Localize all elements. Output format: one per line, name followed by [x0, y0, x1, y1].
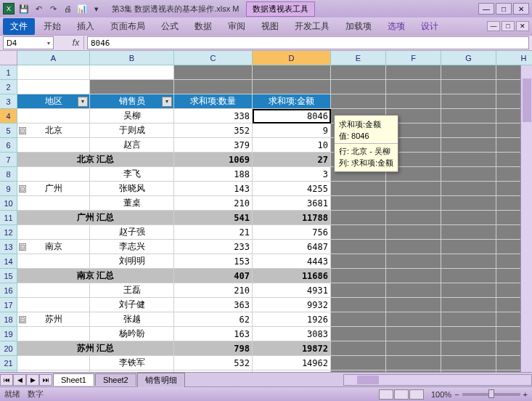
region-cell[interactable] [17, 196, 90, 211]
subtotal-amt[interactable]: 11686 [253, 269, 331, 283]
cell[interactable] [331, 94, 386, 109]
subtotal-qty[interactable]: 407 [174, 269, 253, 283]
sales-cell[interactable]: 于则成 [90, 123, 174, 138]
amt-cell[interactable]: 1926 [253, 312, 331, 327]
region-cell[interactable]: 广州⊟ [17, 182, 90, 196]
cell[interactable] [441, 138, 496, 153]
vscroll-thumb[interactable] [523, 78, 531, 122]
qat-undo-button[interactable]: ↶ [32, 2, 45, 15]
cell[interactable] [441, 80, 496, 94]
row-header-18[interactable]: 18 [0, 312, 17, 327]
subtotal-label[interactable]: 南京 汇总 [17, 269, 174, 283]
cell[interactable] [386, 65, 441, 80]
subtotal-amt[interactable]: 27 [253, 153, 331, 167]
row-header-10[interactable]: 10 [0, 196, 17, 211]
col-header-D[interactable]: D [253, 51, 331, 65]
cell[interactable] [331, 182, 386, 196]
qat-dropdown-icon[interactable]: ▾ [90, 2, 103, 15]
sheet-tab-2[interactable]: Sheet2 [95, 373, 136, 386]
formula-input[interactable]: 8046 [87, 36, 529, 49]
cell[interactable] [441, 298, 496, 312]
cell[interactable] [174, 65, 253, 80]
tab-data[interactable]: 数据 [187, 18, 219, 35]
qty-cell[interactable]: 21 [174, 225, 253, 240]
tab-review[interactable]: 审阅 [221, 18, 253, 35]
view-layout-button[interactable] [394, 389, 409, 400]
sales-cell[interactable]: 李志兴 [90, 240, 174, 254]
sales-cell[interactable]: 李飞 [90, 167, 174, 182]
qat-chart-button[interactable]: 📊 [75, 2, 89, 15]
row-header-15[interactable]: 15 [0, 269, 17, 283]
cell[interactable] [331, 312, 386, 327]
pivot-header-amt[interactable]: 求和项:金额 [253, 94, 331, 109]
sales-cell[interactable]: 张晓风 [90, 182, 174, 196]
row-header-4[interactable]: 4 [0, 109, 17, 123]
name-box-dropdown-icon[interactable]: ▾ [47, 40, 50, 46]
cell[interactable] [441, 341, 496, 356]
row-header-2[interactable]: 2 [0, 80, 17, 94]
zoom-out-button[interactable]: − [454, 390, 459, 399]
sheet-next-button[interactable]: ▶ [26, 374, 39, 386]
region-cell[interactable]: 苏州⊟ [17, 312, 90, 327]
cell[interactable] [441, 240, 496, 254]
row-header-8[interactable]: 8 [0, 167, 17, 182]
cell[interactable] [386, 356, 441, 370]
cell[interactable] [441, 269, 496, 283]
tab-home[interactable]: 开始 [36, 18, 68, 35]
row-header-3[interactable]: 3 [0, 94, 17, 109]
zoom-value[interactable]: 100% [431, 390, 451, 399]
cell[interactable] [331, 225, 386, 240]
cell[interactable] [331, 327, 386, 341]
cell[interactable] [386, 254, 441, 269]
cell[interactable] [386, 80, 441, 94]
region-cell[interactable] [17, 356, 90, 370]
maximize-button[interactable]: □ [496, 3, 512, 15]
region-cell[interactable]: 北京⊟ [17, 123, 90, 138]
cell[interactable] [174, 80, 253, 94]
qty-cell[interactable]: 379 [174, 138, 253, 153]
cell[interactable] [441, 211, 496, 225]
zoom-slider[interactable] [462, 393, 520, 396]
cell[interactable] [331, 65, 386, 80]
region-cell[interactable] [17, 138, 90, 153]
sales-cell[interactable]: 赵言 [90, 138, 174, 153]
qty-cell[interactable]: 62 [174, 312, 253, 327]
region-cell[interactable] [17, 225, 90, 240]
name-box[interactable]: D4 ▾ [3, 36, 54, 49]
cell[interactable] [386, 211, 441, 225]
col-header-H[interactable]: H [496, 51, 532, 65]
col-header-C[interactable]: C [174, 51, 253, 65]
row-header-11[interactable]: 11 [0, 211, 17, 225]
cell[interactable] [331, 283, 386, 298]
cell[interactable] [331, 356, 386, 370]
amt-cell[interactable]: 4931 [253, 283, 331, 298]
sheet-tab-3[interactable]: 销售明细 [137, 373, 185, 387]
amt-cell[interactable]: 3681 [253, 196, 331, 211]
cell[interactable] [386, 327, 441, 341]
tab-options[interactable]: 选项 [380, 18, 412, 35]
cell[interactable] [441, 327, 496, 341]
qty-cell[interactable]: 188 [174, 167, 253, 182]
amt-cell[interactable]: 3 [253, 167, 331, 182]
cell[interactable] [386, 298, 441, 312]
cell[interactable] [441, 123, 496, 138]
cell[interactable] [386, 225, 441, 240]
collapse-icon[interactable]: ⊟ [19, 316, 26, 323]
subtotal-qty[interactable]: 541 [174, 211, 253, 225]
amt-cell[interactable]: 14962 [253, 356, 331, 370]
row-header-16[interactable]: 16 [0, 283, 17, 298]
row-header-17[interactable]: 17 [0, 298, 17, 312]
sales-cell[interactable]: 吴柳 [90, 109, 174, 123]
region-cell[interactable] [17, 283, 90, 298]
amt-cell[interactable]: 3083 [253, 327, 331, 341]
cell[interactable] [386, 283, 441, 298]
tab-file[interactable]: 文件 [3, 18, 35, 35]
cell[interactable] [331, 240, 386, 254]
fx-button[interactable]: fx [68, 36, 84, 49]
cell[interactable] [441, 153, 496, 167]
row-header-5[interactable]: 5 [0, 123, 17, 138]
mdi-minimize-button[interactable]: — [487, 21, 500, 31]
cell[interactable] [386, 312, 441, 327]
tab-design[interactable]: 设计 [414, 18, 446, 35]
cell[interactable] [17, 65, 90, 80]
